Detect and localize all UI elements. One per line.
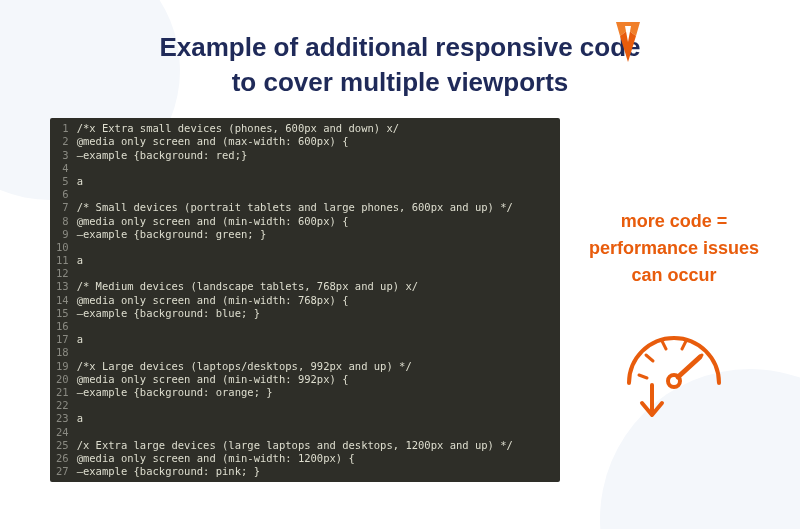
code-line (77, 267, 550, 280)
code-line: @media only screen and (max-width: 600px… (77, 135, 550, 148)
code-line: —example {background: orange; } (77, 386, 550, 399)
code-line: @media only screen and (min-width: 1200p… (77, 452, 550, 465)
line-number: 6 (56, 188, 69, 201)
code-line: a (77, 412, 550, 425)
code-line: —example {background: red;} (77, 149, 550, 162)
code-line (77, 188, 550, 201)
line-number: 7 (56, 201, 69, 214)
code-line (77, 241, 550, 254)
svg-line-5 (662, 341, 666, 349)
line-number: 24 (56, 426, 69, 439)
header: Example of additional responsive code to… (0, 0, 800, 100)
line-number: 19 (56, 360, 69, 373)
code-line: /* Medium devices (landscape tablets, 76… (77, 280, 550, 293)
code-body: /*x Extra small devices (phones, 600px a… (77, 122, 560, 478)
line-number: 18 (56, 346, 69, 359)
line-number: 9 (56, 228, 69, 241)
code-line (77, 162, 550, 175)
gauge-illustration (578, 313, 770, 423)
line-number: 4 (56, 162, 69, 175)
line-number: 10 (56, 241, 69, 254)
line-number: 20 (56, 373, 69, 386)
code-line (77, 320, 550, 333)
line-number: 5 (56, 175, 69, 188)
code-line: @media only screen and (min-width: 600px… (77, 215, 550, 228)
code-line-numbers: 1234567891011121314151617181920212223242… (50, 122, 77, 478)
callout-text: more code = performance issues can occur (578, 208, 770, 289)
line-number: 13 (56, 280, 69, 293)
line-number: 26 (56, 452, 69, 465)
line-number: 22 (56, 399, 69, 412)
code-line: —example {background: blue; } (77, 307, 550, 320)
code-line (77, 346, 550, 359)
line-number: 21 (56, 386, 69, 399)
side-callout: more code = performance issues can occur (560, 118, 770, 423)
line-number: 25 (56, 439, 69, 452)
title-line-2: to cover multiple viewports (232, 67, 569, 97)
code-line (77, 426, 550, 439)
code-sample: 1234567891011121314151617181920212223242… (50, 118, 560, 482)
code-line: @media only screen and (min-width: 992px… (77, 373, 550, 386)
line-number: 23 (56, 412, 69, 425)
line-number: 3 (56, 149, 69, 162)
code-line: /* Small devices (portrait tablets and l… (77, 201, 550, 214)
line-number: 14 (56, 294, 69, 307)
code-line: a (77, 333, 550, 346)
line-number: 27 (56, 465, 69, 478)
line-number: 11 (56, 254, 69, 267)
line-number: 8 (56, 215, 69, 228)
svg-line-4 (646, 355, 653, 361)
line-number: 2 (56, 135, 69, 148)
code-line (77, 399, 550, 412)
code-line: /x Extra large devices (large laptops an… (77, 439, 550, 452)
svg-line-9 (678, 357, 700, 377)
code-line: —example {background: pink; } (77, 465, 550, 478)
page-title: Example of additional responsive code to… (159, 30, 640, 100)
title-line-1: Example of additional responsive code (159, 32, 640, 62)
line-number: 16 (56, 320, 69, 333)
svg-line-3 (639, 375, 647, 378)
callout-line-1: more code = (621, 211, 728, 231)
line-number: 15 (56, 307, 69, 320)
line-number: 1 (56, 122, 69, 135)
line-number: 12 (56, 267, 69, 280)
code-line: @media only screen and (min-width: 768px… (77, 294, 550, 307)
svg-line-6 (682, 341, 686, 349)
line-number: 17 (56, 333, 69, 346)
content-area: 1234567891011121314151617181920212223242… (0, 100, 800, 482)
speed-gauge-down-icon (614, 313, 734, 423)
code-line: —example {background: green; } (77, 228, 550, 241)
code-line: a (77, 254, 550, 267)
callout-line-3: can occur (631, 265, 716, 285)
code-line: a (77, 175, 550, 188)
callout-line-2: performance issues (589, 238, 759, 258)
wp-rocket-logo-icon (614, 22, 642, 62)
code-line: /*x Extra small devices (phones, 600px a… (77, 122, 550, 135)
code-line: /*x Large devices (laptops/desktops, 992… (77, 360, 550, 373)
